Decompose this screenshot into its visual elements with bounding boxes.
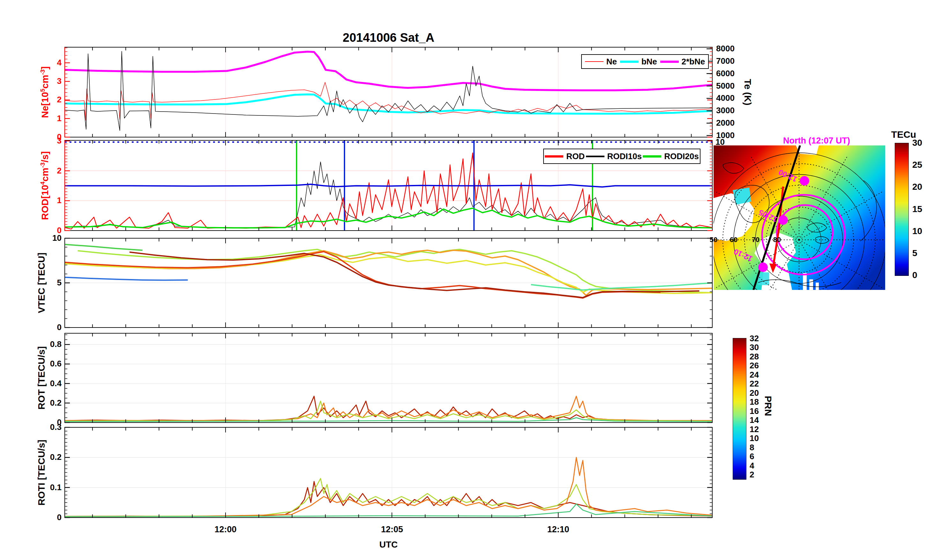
legend-item: ROD (545, 151, 585, 161)
satellite-position-dot (778, 215, 788, 225)
prn-tick-label: 28 (750, 352, 759, 362)
xaxis-label: UTC (379, 540, 398, 550)
prn-colorbar-label: PRN (763, 396, 773, 416)
ylabel-part: -3 (39, 162, 46, 168)
prn-tick-label: 6 (750, 452, 754, 462)
xtick-1200: 12:00 (214, 525, 236, 534)
prn-tick-label: 16 (750, 406, 759, 416)
legend-label: 2*bNe (682, 57, 705, 67)
prn-tick-label: 20 (750, 388, 759, 398)
ylabel-vtec: VTEC [TECU] (36, 253, 47, 313)
satellite-position-dot (800, 176, 809, 186)
ylabel-rot: ROT [TECU/s] (36, 346, 47, 409)
legend-ne: Ne bNe 2*bNe (581, 54, 709, 69)
map-lat-label-80: 80 (773, 236, 781, 244)
series-RODI20s (65, 208, 712, 228)
prn-tick-label: 26 (750, 361, 759, 371)
ytick-label-roti: 0 (36, 513, 62, 522)
2bne-line-swatch (660, 61, 679, 63)
legend-item: RODI20s (643, 151, 699, 161)
series-Ne (65, 82, 712, 121)
ne-line-swatch (585, 61, 604, 62)
te-tick-label: 5000 (716, 81, 735, 91)
tecu-tick-label: 30 (912, 138, 922, 148)
te-tick-label: 4000 (716, 93, 735, 103)
satellite-position-dot (758, 262, 768, 272)
map-title: North (12:07 UT) (783, 136, 850, 146)
rod-line-swatch (545, 155, 563, 157)
tecu-tick-label: 25 (912, 160, 922, 170)
bne-line-swatch (620, 61, 639, 63)
legend-label: Ne (607, 57, 617, 67)
legend-label: bNe (642, 57, 657, 67)
legend-label: ROD (566, 151, 585, 161)
ylabel-rod: ROD[104cm-3/s] (39, 151, 50, 220)
series-rot-darkred (65, 396, 712, 421)
series-rot-orange (65, 396, 712, 421)
ylabel-part: 4 (39, 182, 46, 185)
ylabel-part: /s] (39, 151, 50, 162)
map-lat-label-60: 60 (730, 236, 737, 244)
ylabel-part: cm (39, 75, 50, 89)
legend-rod: ROD RODI10s RODI20s (543, 148, 701, 164)
series-PRN28 (65, 251, 661, 298)
prn-tick-label: 22 (750, 379, 759, 389)
legend-item: 2*bNe (660, 57, 705, 67)
tecu-colorbar (895, 143, 909, 276)
prn-tick-label: 24 (750, 370, 759, 380)
prn-tick-label: 2 (750, 470, 754, 480)
rodi20s-line-swatch (643, 155, 661, 157)
ylabel-part: -3 (39, 70, 46, 75)
legend-label: RODI10s (607, 151, 642, 161)
tec-patch-cyan (758, 272, 769, 285)
legend-item: bNe (620, 57, 657, 67)
legend-item: Ne (585, 57, 617, 67)
prn-tick-label: 14 (750, 415, 759, 425)
nodata-stripe (816, 283, 819, 290)
te-tick-label: 2000 (716, 118, 735, 128)
ylabel-part: ] (39, 66, 50, 70)
xtick-1210: 12:10 (547, 525, 569, 534)
tecu-tick-label: 20 (912, 182, 922, 192)
prn-tick-label: 30 (750, 342, 759, 353)
tec-polar-map (714, 145, 885, 290)
tecu-tick-label: 10 (912, 226, 922, 236)
figure: 20141006 Sat_A Ne bNe 2*bNe ROD RODI10s … (0, 0, 926, 560)
prn-tick-label: 18 (750, 397, 759, 407)
prn-tick-label: 32 (750, 334, 759, 344)
ylabel-ne: Ne[105cm-3] (39, 66, 50, 118)
prn-colorbar (733, 338, 746, 480)
panel-box-roti (65, 427, 712, 518)
figure-title: 20141006 Sat_A (343, 31, 434, 45)
ytick-label-roti: 0.3 (36, 422, 62, 432)
tecu-tick-label: 15 (912, 204, 922, 214)
legend-label: RODI20s (664, 151, 699, 161)
nodata-stripe (803, 273, 807, 290)
te-tick-label: 7000 (716, 56, 735, 66)
series-bNe (65, 94, 712, 114)
te-tick-label: 3000 (716, 106, 735, 115)
map-lat-label-70: 70 (752, 236, 760, 244)
ylabel-part: ROD[10 (39, 185, 50, 220)
tecu-tick-label: 5 (912, 248, 917, 258)
series-PRN17 (65, 245, 142, 250)
prn-tick-label: 4 (750, 461, 754, 471)
series-PRN5 (65, 277, 188, 280)
tecu-tick-label: 0 (912, 270, 917, 280)
ylabel-roti: ROTI [TECU/s] (36, 439, 47, 506)
series-RODI-threshold (65, 184, 712, 187)
panel-box-rot (65, 333, 712, 422)
te-tick-label: 8000 (716, 44, 735, 54)
rodi10s-line-swatch (586, 156, 604, 157)
ylabel-part: 5 (39, 89, 46, 92)
series-roti-orange (65, 457, 712, 517)
nodata-stripe (809, 279, 813, 290)
ytick-label-vtec: 10 (36, 233, 62, 243)
legend-item: RODI10s (586, 151, 642, 161)
prn-tick-label: 8 (750, 443, 754, 453)
prn-tick-label: 12 (750, 424, 759, 434)
ylabel-part: cm (39, 167, 50, 181)
ylabel-part: Ne[10 (39, 92, 50, 118)
prn-tick-label: 10 (750, 433, 759, 443)
te-axis-label: Te (K) (742, 79, 753, 106)
